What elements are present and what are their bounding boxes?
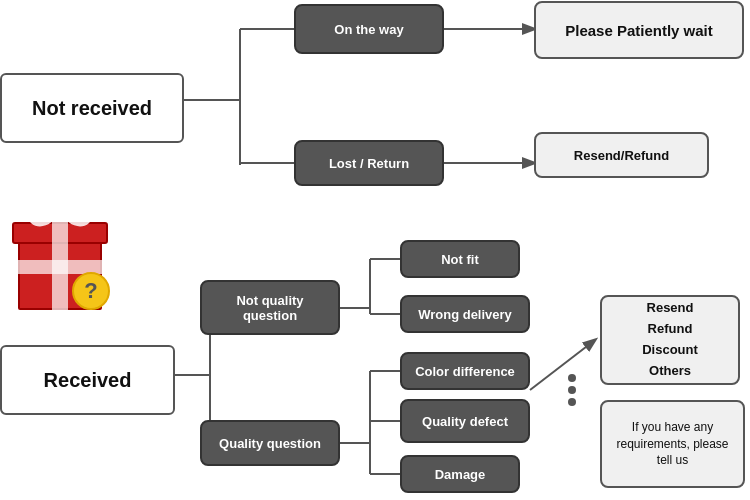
resend-option-4: Others	[642, 361, 698, 382]
svg-point-20	[568, 374, 576, 382]
resend-option-1: Resend	[642, 298, 698, 319]
not-fit-box: Not fit	[400, 240, 520, 278]
color-difference-box: Color difference	[400, 352, 530, 390]
please-wait-box: Please Patiently wait	[534, 1, 744, 59]
resend-option-3: Discount	[642, 340, 698, 361]
question-icon: ?	[72, 272, 110, 310]
svg-line-19	[530, 340, 595, 390]
damage-box: Damage	[400, 455, 520, 493]
not-received-box: Not received	[0, 73, 184, 143]
quality-question-box: Quality question	[200, 420, 340, 466]
lost-return-box: Lost / Return	[294, 140, 444, 186]
diagram: ? Not received On the way Please Patient…	[0, 0, 750, 500]
wrong-delivery-box: Wrong delivery	[400, 295, 530, 333]
gift-icon: ?	[10, 200, 110, 310]
resend-refund-top-box: Resend/Refund	[534, 132, 709, 178]
resend-options-box: Resend Refund Discount Others	[600, 295, 740, 385]
requirements-box: If you have any requirements, please tel…	[600, 400, 745, 488]
on-the-way-box: On the way	[294, 4, 444, 54]
resend-option-2: Refund	[642, 319, 698, 340]
quality-defect-box: Quality defect	[400, 399, 530, 443]
not-quality-box: Not quality question	[200, 280, 340, 335]
svg-point-22	[568, 398, 576, 406]
svg-point-21	[568, 386, 576, 394]
received-box: Received	[0, 345, 175, 415]
